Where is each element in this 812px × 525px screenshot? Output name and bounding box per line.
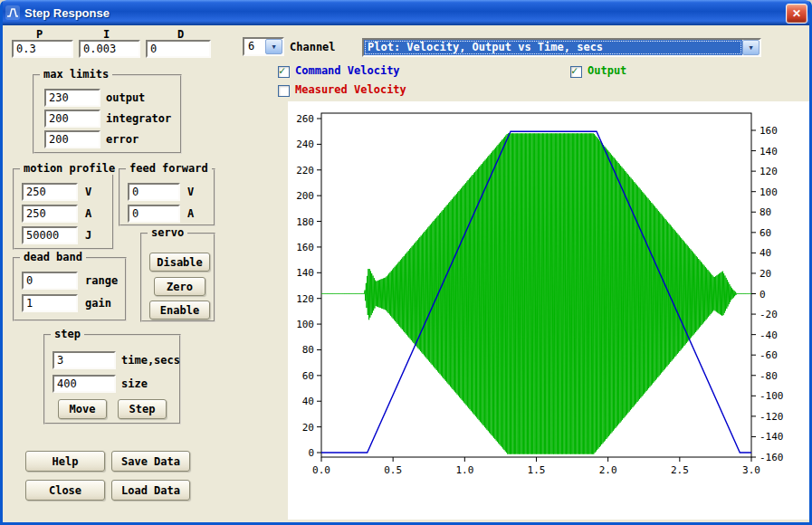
step-group: step time,secs size Move Step xyxy=(43,334,181,425)
dead-band-group: dead band range gain xyxy=(13,257,127,321)
measured-velocity-checkbox[interactable]: ✓ xyxy=(278,85,290,97)
max-limit-error-label: error xyxy=(106,133,139,146)
dead-band-title: dead band xyxy=(20,251,86,263)
channel-select[interactable]: 6 ▼ xyxy=(243,37,284,56)
svg-text:200: 200 xyxy=(296,190,314,202)
channel-label: Channel xyxy=(290,41,336,53)
motion-profile-a-input[interactable] xyxy=(22,205,78,223)
svg-text:-20: -20 xyxy=(759,309,778,320)
servo-zero-button[interactable]: Zero xyxy=(154,277,205,296)
feed-forward-a-input[interactable] xyxy=(128,205,180,223)
dead-band-gain-label: gain xyxy=(85,297,111,310)
servo-disable-button[interactable]: Disable xyxy=(149,253,210,272)
max-limit-output-input[interactable] xyxy=(44,89,100,107)
step-time-label: time,secs xyxy=(121,354,180,367)
step-time-input[interactable] xyxy=(53,351,116,369)
feed-forward-group: feed forward V A xyxy=(119,168,215,226)
output-checkbox[interactable]: ✓ xyxy=(570,66,582,78)
motion-profile-j-label: J xyxy=(85,229,91,242)
svg-text:0: 0 xyxy=(308,447,314,459)
svg-text:2.0: 2.0 xyxy=(599,464,617,476)
motion-profile-title: motion profile xyxy=(20,162,119,175)
load-data-button[interactable]: Load Data xyxy=(111,480,190,501)
chevron-down-icon[interactable]: ▼ xyxy=(742,40,759,55)
save-data-button[interactable]: Save Data xyxy=(111,451,190,472)
max-limits-group: max limits output integrator error xyxy=(33,74,182,154)
svg-text:140: 140 xyxy=(759,146,778,158)
p-input[interactable] xyxy=(12,40,73,58)
svg-text:1.5: 1.5 xyxy=(528,464,546,476)
feed-forward-v-input[interactable] xyxy=(128,183,180,201)
motion-profile-a-label: A xyxy=(85,207,91,220)
dead-band-range-label: range xyxy=(85,274,118,287)
motion-profile-v-input[interactable] xyxy=(22,183,78,201)
d-label: D xyxy=(177,28,184,41)
plot-select[interactable]: Plot: Velocity, Output vs Time, secs ▼ xyxy=(362,38,761,57)
window: 020406080100120140160180200220240260-160… xyxy=(0,0,812,525)
servo-enable-button[interactable]: Enable xyxy=(149,301,210,320)
max-limits-title: max limits xyxy=(40,68,112,81)
svg-text:2.5: 2.5 xyxy=(671,464,689,476)
svg-text:140: 140 xyxy=(296,267,314,279)
svg-text:-80: -80 xyxy=(759,370,778,382)
max-limit-output-label: output xyxy=(106,91,145,104)
i-label: I xyxy=(103,28,110,41)
svg-text:260: 260 xyxy=(296,113,314,125)
svg-text:-120: -120 xyxy=(759,411,784,423)
max-limit-error-input[interactable] xyxy=(44,130,100,148)
svg-text:3.0: 3.0 xyxy=(742,464,760,476)
svg-text:20: 20 xyxy=(302,422,314,434)
svg-text:-40: -40 xyxy=(759,329,778,341)
svg-text:1.0: 1.0 xyxy=(455,464,473,476)
svg-text:160: 160 xyxy=(759,125,778,137)
output-label[interactable]: Output xyxy=(588,64,626,78)
app-icon xyxy=(5,5,20,20)
svg-text:0.0: 0.0 xyxy=(312,464,330,476)
check-icon: ✓ xyxy=(571,64,578,77)
svg-text:0.5: 0.5 xyxy=(384,464,402,476)
d-input[interactable] xyxy=(146,40,211,58)
feed-forward-a-label: A xyxy=(187,207,194,220)
window-title: Step Response xyxy=(24,6,110,20)
close-button[interactable]: ✕ xyxy=(786,4,807,24)
max-limit-integrator-label: integrator xyxy=(106,112,171,125)
svg-text:40: 40 xyxy=(302,396,314,407)
channel-value: 6 xyxy=(244,39,265,54)
svg-text:-160: -160 xyxy=(759,452,784,463)
command-velocity-checkbox[interactable]: ✓ xyxy=(278,66,290,78)
servo-title: servo xyxy=(148,226,187,239)
step-button[interactable]: Step xyxy=(118,399,167,419)
svg-text:0: 0 xyxy=(759,289,766,301)
svg-text:220: 220 xyxy=(296,165,314,177)
step-size-label: size xyxy=(121,377,148,390)
svg-text:120: 120 xyxy=(759,166,778,177)
svg-text:120: 120 xyxy=(296,293,314,305)
feed-forward-v-label: V xyxy=(187,186,194,198)
svg-text:60: 60 xyxy=(302,370,314,382)
svg-text:80: 80 xyxy=(302,344,314,356)
title-bar[interactable]: Step Response ✕ xyxy=(0,0,812,25)
dead-band-range-input[interactable] xyxy=(22,272,78,290)
svg-text:20: 20 xyxy=(759,268,771,280)
motion-profile-j-input[interactable] xyxy=(22,226,78,244)
dead-band-gain-input[interactable] xyxy=(22,294,78,312)
step-size-input[interactable] xyxy=(53,375,116,393)
chart-canvas: 020406080100120140160180200220240260-160… xyxy=(288,101,810,520)
max-limit-integrator-input[interactable] xyxy=(44,110,100,128)
step-title: step xyxy=(51,328,84,340)
close-window-button[interactable]: Close xyxy=(25,480,105,501)
plot-select-value: Plot: Velocity, Output vs Time, secs xyxy=(364,40,742,55)
check-icon: ✓ xyxy=(279,64,285,77)
svg-text:80: 80 xyxy=(759,206,771,218)
help-button[interactable]: Help xyxy=(25,451,105,472)
svg-text:40: 40 xyxy=(759,247,771,259)
motion-profile-group: motion profile V A J xyxy=(13,168,114,250)
measured-velocity-label[interactable]: Measured Velocity xyxy=(295,83,406,97)
i-input[interactable] xyxy=(79,40,140,58)
chevron-down-icon[interactable]: ▼ xyxy=(265,39,282,54)
svg-text:-60: -60 xyxy=(759,349,778,361)
command-velocity-label[interactable]: Command Velocity xyxy=(295,64,400,78)
move-button[interactable]: Move xyxy=(58,399,107,419)
feed-forward-title: feed forward xyxy=(126,162,212,175)
svg-text:-140: -140 xyxy=(759,431,784,443)
